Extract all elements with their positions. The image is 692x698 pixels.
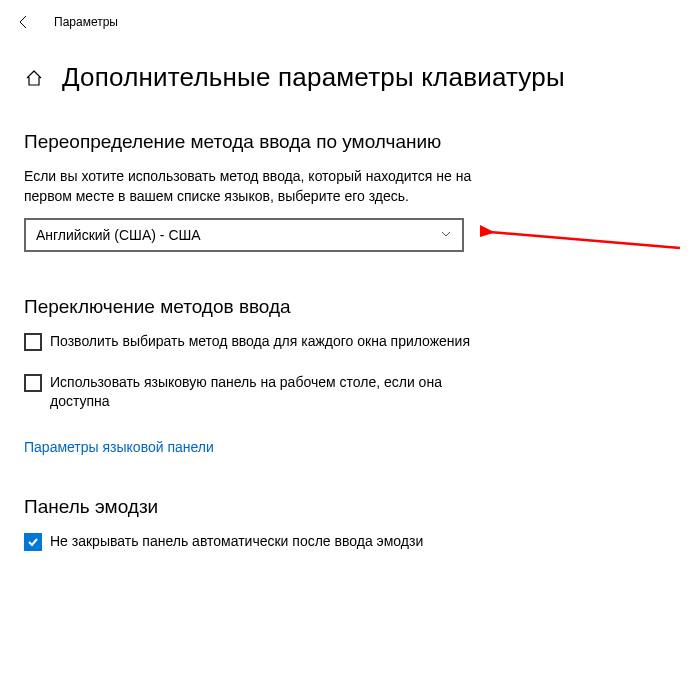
- language-bar-settings-link[interactable]: Параметры языковой панели: [24, 439, 214, 455]
- check-icon: [26, 535, 40, 549]
- dropdown-value: Английский (США) - США: [36, 227, 201, 243]
- per-app-input-checkbox[interactable]: [24, 333, 42, 351]
- back-button[interactable]: [12, 10, 36, 34]
- emoji-section-title: Панель эмодзи: [24, 496, 668, 518]
- language-bar-checkbox[interactable]: [24, 374, 42, 392]
- page-title: Дополнительные параметры клавиатуры: [62, 62, 565, 93]
- input-method-dropdown[interactable]: Английский (США) - США: [24, 218, 464, 252]
- language-bar-label: Использовать языковую панель на рабочем …: [50, 373, 494, 411]
- switching-section-title: Переключение методов ввода: [24, 296, 668, 318]
- emoji-panel-checkbox[interactable]: [24, 533, 42, 551]
- emoji-panel-label: Не закрывать панель автоматически после …: [50, 532, 423, 551]
- home-button[interactable]: [24, 68, 44, 88]
- override-description: Если вы хотите использовать метод ввода,…: [24, 167, 484, 206]
- window-title: Параметры: [54, 15, 118, 29]
- arrow-left-icon: [16, 14, 32, 30]
- override-section-title: Переопределение метода ввода по умолчани…: [24, 131, 668, 153]
- chevron-down-icon: [440, 227, 452, 243]
- per-app-input-label: Позволить выбирать метод ввода для каждо…: [50, 332, 470, 351]
- home-icon: [25, 69, 43, 87]
